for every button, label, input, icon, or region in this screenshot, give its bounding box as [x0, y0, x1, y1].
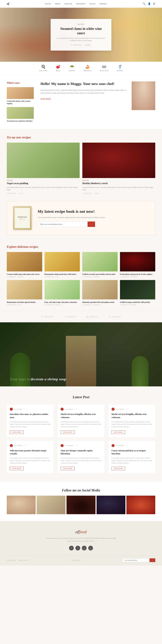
recipe-desc-2: Lorem ipsum dolor sit amet, consectetur …	[82, 186, 155, 191]
explore-level-1: MEDIUM	[18, 276, 23, 278]
latest-posts-section: Latest Post Ipsum Magelly • 5 Interdum v…	[0, 386, 162, 482]
category-desserts[interactable]: 🍰 DESSERTS	[84, 65, 91, 72]
hero-print[interactable]: 🖨 PRINT	[85, 44, 91, 46]
nav-link-pasta[interactable]: Pasta	[90, 3, 95, 5]
chef-silhouette	[132, 82, 155, 110]
social-img-5[interactable]	[126, 496, 155, 514]
footer-social-pinterest[interactable]: p	[88, 546, 93, 550]
explore-meta-7: ⏱ 20 MINUTES SUPERIOR	[82, 304, 118, 306]
explore-card-4[interactable]: Fresh plums and pecan in Greek yoghurt ⏱…	[120, 252, 155, 278]
sponsors-section: ◈ logoipsum ◇ logoipsum ◆ logoipsum ❖ lo…	[0, 311, 162, 322]
whats-new-item-2[interactable]: Avocado bacon sandwich with limes	[7, 107, 34, 122]
menu-icon[interactable]: ☰	[153, 2, 155, 5]
explore-card-title-8: Grilled octopus sandwich with parsley	[120, 301, 155, 303]
explore-level-8: MEDIUM	[131, 304, 136, 306]
footer-email-input[interactable]	[122, 558, 149, 562]
explore-card-6[interactable]: Easy, soft and crispy chocolate croissan…	[45, 280, 80, 306]
post-view-more-6[interactable]: VIEW MORE	[111, 467, 125, 470]
post-author-3: Ipsum Magelly • 5	[111, 408, 152, 411]
post-card-1: Ipsum Magelly • 5 Interdum vitae nunc ac…	[7, 404, 54, 437]
explore-meta-6: ⏱ 45 MINUTES DIFFICULT	[45, 304, 80, 306]
recipe-book-banner: Healthy Food recipe book My latest recip…	[7, 201, 155, 235]
nav-logo[interactable]: of	[7, 2, 9, 6]
our-food-label: OUR FOOD	[39, 70, 47, 72]
sponsor-4-label: logoipsum	[111, 315, 121, 318]
explore-card-title-4: Fresh plums and pecan in Greek yoghurt	[120, 273, 155, 275]
post-avatar-6	[111, 444, 115, 447]
post-view-more-2[interactable]: VIEW MORE	[61, 430, 74, 434]
book-cover: Healthy Food recipe book	[13, 206, 32, 230]
footer-link-terms[interactable]: Terms of Service	[18, 559, 29, 561]
search-icon[interactable]: 🔍	[142, 2, 145, 5]
explore-meta-1: ⏱ 45 MINUTES MEDIUM	[7, 276, 42, 278]
footer-social-google[interactable]: g	[82, 546, 87, 550]
categories-bar: 🍳 OUR FOOD 🥩 MEAT 🥗 HEALTH 🍰 DESSERTS 🍽 …	[0, 62, 162, 75]
explore-section: Explore delicious recipes Creamy lentil …	[0, 240, 162, 311]
footer-social-twitter[interactable]: t	[75, 546, 80, 550]
main-dish-label: MAIN DISH	[100, 70, 108, 72]
sponsor-4-icon: ❖	[108, 315, 110, 318]
explore-card-1[interactable]: Creamy lentil soup with onion and carrot…	[7, 252, 42, 278]
explore-card-7[interactable]: Almonds, passion fruit and quinoa salad …	[82, 280, 118, 306]
explore-time-5: ⏱ 45 MINUTES	[7, 304, 16, 306]
about-read-more[interactable]: READ MORE	[41, 98, 51, 100]
footer-content: offood Lorem ipsum dolor sit amet consec…	[7, 529, 155, 550]
category-our-food[interactable]: 🍳 OUR FOOD	[39, 65, 47, 72]
explore-time-3: ⏱ 25 MINUTES	[82, 276, 92, 278]
social-section: Follow me on Social Media	[0, 482, 162, 521]
post-view-more-1[interactable]: VIEW MORE	[10, 430, 24, 434]
sponsor-2-icon: ◇	[64, 315, 66, 318]
category-health[interactable]: 🥗 HEALTH	[69, 65, 75, 72]
category-meat[interactable]: 🥩 MEAT	[56, 65, 60, 72]
social-img-1[interactable]	[7, 496, 36, 514]
explore-level-4: SUPERIOR	[131, 276, 137, 278]
social-img-2[interactable]	[37, 496, 65, 514]
category-main-dish[interactable]: 🍽 MAIN DISH	[100, 65, 108, 72]
recipe-img-2	[82, 142, 155, 178]
recipe-card-1[interactable]: VEGGIE Vegan cocoa pudding Lorem ipsum d…	[7, 142, 80, 194]
explore-card-3[interactable]: Grilled avocado tuna healthy mixed salad…	[82, 252, 118, 278]
explore-card-5[interactable]: Homemade corn flour glazed donuts ⏱ 45 M…	[7, 280, 42, 306]
recipe-card-2[interactable]: HEALTH Healthy blueberry cereal Lorem ip…	[82, 142, 155, 194]
nav-link-drinks[interactable]: Drinks	[100, 3, 107, 5]
chef-figure	[66, 336, 96, 386]
user-icon[interactable]: 👤	[148, 2, 151, 5]
book-inner: Healthy Food recipe book	[15, 208, 30, 228]
email-input[interactable]	[38, 222, 88, 227]
email-form: →	[38, 222, 95, 227]
post-view-more-3[interactable]: VIEW MORE	[111, 430, 125, 434]
subscribe-button[interactable]: →	[88, 222, 95, 227]
recipe-meta-2: ⏱ 45 MINUTES ✦ EASY	[82, 193, 155, 194]
book-subtitle-label: recipe book	[20, 218, 25, 220]
health-icon: 🥗	[70, 65, 74, 69]
explore-card-2[interactable]: Homemade whole grain bun with butter ⏱ 2…	[45, 252, 80, 278]
post-view-more-5[interactable]: VIEW MORE	[61, 467, 74, 470]
book-title-label: Healthy Food	[18, 216, 27, 218]
hero-description: Lorem ipsum dolor sit amet, consectetur …	[57, 37, 105, 42]
footer-social-facebook[interactable]: f	[69, 546, 74, 550]
post-title-2: Morbi vel arcu fringilla, efficitur erat…	[61, 413, 101, 419]
sponsor-4: ❖ logoipsum	[108, 315, 121, 318]
footer-subscribe-button[interactable]: →	[149, 558, 155, 562]
whats-new-item-1[interactable]: Cream kale donuts with caramel topping	[7, 87, 34, 105]
recipe-meta-1: ⏱ 45 MINUTES ✦ EASY	[7, 193, 80, 194]
banner-description: Lorem ipsum dolor sit amet, consectetur …	[38, 216, 149, 219]
sponsor-1: ◈ logoipsum	[41, 315, 54, 318]
category-drinks[interactable]: 🥤 DRINKS	[117, 65, 123, 72]
explore-img-5	[7, 280, 42, 300]
about-text-content: Hello! My name is Maggy. Your new sous c…	[41, 82, 128, 122]
explore-card-title-1: Creamy lentil soup with onion and carrot	[7, 273, 42, 275]
nav-link-health[interactable]: Health	[64, 3, 72, 5]
footer-link-privacy[interactable]: Privacy Policy	[7, 559, 16, 561]
footer: offood Lorem ipsum dolor sit amet consec…	[0, 521, 162, 565]
post-view-more-4[interactable]: VIEW MORE	[10, 467, 24, 470]
explore-card-8[interactable]: Grilled octopus sandwich with parsley ⏱ …	[120, 280, 155, 306]
nav-link-desserts[interactable]: Desserts	[76, 3, 86, 5]
hero-subtitle: RECIPE	[57, 24, 105, 25]
nav-link-meat[interactable]: Meat	[55, 3, 60, 5]
social-img-4[interactable]	[97, 496, 125, 514]
hero-time: ⏱ 45 MINUTES	[71, 44, 82, 46]
nav-link-soups[interactable]: Soups	[45, 3, 51, 5]
social-img-3[interactable]	[67, 496, 95, 514]
our-food-icon: 🍳	[41, 65, 46, 69]
